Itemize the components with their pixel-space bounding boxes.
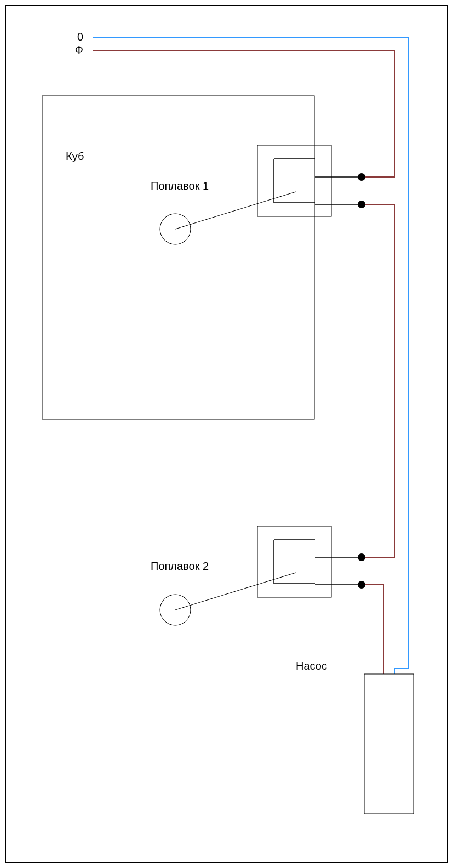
pump-box xyxy=(364,674,414,814)
wiring-diagram: 0 Ф Куб Поплавок 1 Поплавок 2 Насос xyxy=(0,0,453,868)
float1-terminal-bottom xyxy=(358,201,365,208)
phase-wire-mid xyxy=(362,204,394,557)
float1-terminal-top xyxy=(358,173,365,181)
float1-lever xyxy=(175,192,296,229)
float1-switch-box xyxy=(257,145,331,216)
pump-label: Насос xyxy=(296,660,327,672)
neutral-wire xyxy=(93,37,408,674)
float1-contact-lower xyxy=(274,159,315,203)
phase-wire-out xyxy=(362,585,383,674)
neutral-label: 0 xyxy=(77,31,83,43)
float2-contact-lower xyxy=(274,540,315,584)
tank-label: Куб xyxy=(66,150,84,162)
float2-label: Поплавок 2 xyxy=(151,560,209,572)
float2-switch-box xyxy=(257,526,331,597)
phase-label: Ф xyxy=(75,44,83,56)
float2-terminal-top xyxy=(358,553,365,561)
float2-lever xyxy=(175,573,296,610)
phase-wire-in xyxy=(93,50,394,177)
float2-terminal-bottom xyxy=(358,581,365,589)
tank-box xyxy=(42,96,314,419)
float1-label: Поплавок 1 xyxy=(151,180,209,192)
